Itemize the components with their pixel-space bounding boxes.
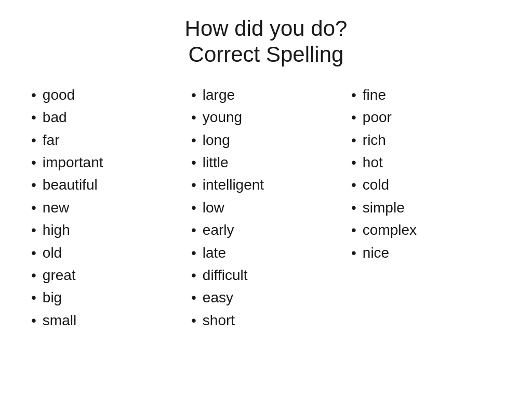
list-item: hot — [351, 151, 511, 174]
list-item: low — [191, 196, 351, 219]
list-col2: largeyounglonglittleintelligentlowearlyl… — [191, 84, 351, 331]
list-item: little — [191, 151, 351, 174]
list-item: beautiful — [31, 174, 191, 196]
list-item: small — [31, 309, 191, 331]
list-item: nice — [351, 242, 511, 264]
list-item: easy — [191, 286, 351, 309]
title-line1: How did you do? — [185, 16, 348, 41]
list-item: new — [31, 196, 191, 219]
list-item: good — [31, 84, 191, 106]
list-item: bad — [31, 106, 191, 128]
list-item: early — [191, 219, 351, 241]
list-item: high — [31, 219, 191, 241]
list-item: big — [31, 286, 191, 309]
list-item: late — [191, 242, 351, 264]
list-item: large — [191, 84, 351, 106]
column-1: goodbadfarimportantbeautifulnewhigholdgr… — [31, 84, 191, 331]
list-item: young — [191, 106, 351, 128]
list-item: difficult — [191, 264, 351, 286]
list-item: old — [31, 242, 191, 264]
list-item: rich — [351, 129, 511, 151]
list-item: complex — [351, 219, 511, 241]
list-item: long — [191, 129, 351, 151]
list-item: cold — [351, 174, 511, 196]
list-item: short — [191, 309, 351, 331]
list-item: simple — [351, 196, 511, 219]
list-item: poor — [351, 106, 511, 128]
list-col3: finepoorrichhotcoldsimplecomplexnice — [351, 84, 511, 264]
list-item: important — [31, 151, 191, 174]
list-item: great — [31, 264, 191, 286]
columns-container: goodbadfarimportantbeautifulnewhigholdgr… — [21, 84, 511, 331]
list-item: intelligent — [191, 174, 351, 196]
title-line2: Correct Spelling — [189, 42, 344, 66]
page-title: How did you do? Correct Spelling — [185, 16, 348, 68]
list-item: fine — [351, 84, 511, 106]
list-col1: goodbadfarimportantbeautifulnewhigholdgr… — [31, 84, 191, 331]
column-2: largeyounglonglittleintelligentlowearlyl… — [191, 84, 351, 331]
column-3: finepoorrichhotcoldsimplecomplexnice — [351, 84, 511, 331]
list-item: far — [31, 129, 191, 151]
title-section: How did you do? Correct Spelling — [185, 16, 348, 68]
